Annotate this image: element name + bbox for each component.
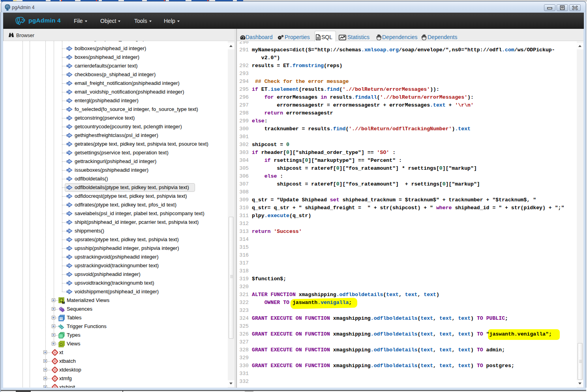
- svg-text:M: M: [62, 301, 65, 304]
